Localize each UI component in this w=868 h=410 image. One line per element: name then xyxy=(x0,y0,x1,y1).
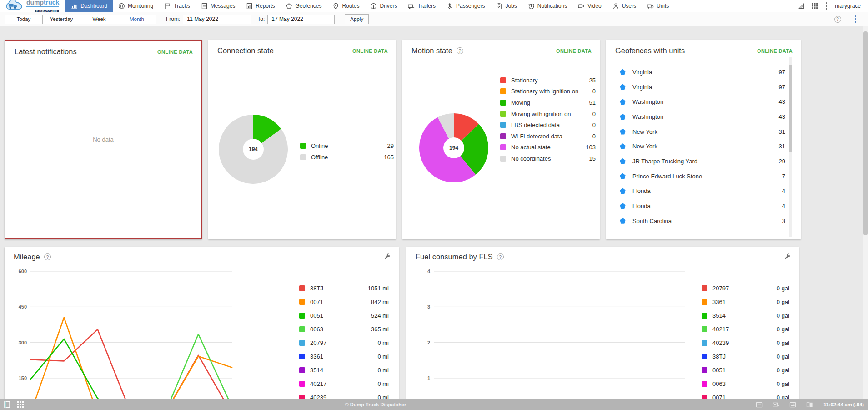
mileage-legend-item[interactable]: 402170 mi xyxy=(299,377,389,390)
geofence-list-item[interactable]: Prince Edward Luck Stone7 xyxy=(615,169,785,184)
connection-legend-item[interactable]: Offline165 xyxy=(300,152,394,163)
tab-label: Units xyxy=(657,3,669,9)
motion-legend-item[interactable]: No coordinates15 xyxy=(500,153,596,164)
fuel-legend-item[interactable]: 35140 gal xyxy=(702,309,789,322)
apps-grid-icon[interactable] xyxy=(812,3,818,9)
fuel-legend-item[interactable]: 207970 gal xyxy=(702,281,789,295)
username[interactable]: marygrace xyxy=(835,3,861,9)
online-data-badge: ONLINE DATA xyxy=(157,49,193,55)
geofence-list-item[interactable]: Washington43 xyxy=(615,94,785,109)
drivers-icon xyxy=(370,3,377,10)
legend-value: 0 mi xyxy=(377,367,389,374)
clock-time: 11:02:44 am (-04) xyxy=(823,399,864,410)
motion-legend-item[interactable]: No actual state103 xyxy=(500,142,596,153)
tab-routes[interactable]: Routes xyxy=(327,0,365,12)
motion-legend-item[interactable]: Moving with ignition on0 xyxy=(500,108,596,120)
tab-users[interactable]: Users xyxy=(607,0,642,12)
today-button[interactable]: Today xyxy=(5,15,43,24)
tab-geofences[interactable]: Geofences xyxy=(280,0,327,12)
geofence-list-item[interactable]: JR Tharpe Trucking Yard29 xyxy=(615,154,785,169)
tab-monitoring[interactable]: Monitoring xyxy=(113,0,159,12)
geofence-list-item[interactable]: South Carolina3 xyxy=(615,213,785,228)
motion-legend-item[interactable]: Stationary25 xyxy=(500,75,596,86)
help-icon[interactable]: ? xyxy=(497,253,504,260)
motion-legend-item[interactable]: Stationary with ignition on0 xyxy=(500,86,596,97)
motion-legend-item[interactable]: LBS detected data0 xyxy=(500,119,596,131)
geofence-polygon-icon xyxy=(620,99,626,105)
geofence-list-item[interactable]: New York31 xyxy=(615,124,785,139)
tab-jobs[interactable]: Jobs xyxy=(490,0,522,12)
kebab-menu-icon[interactable] xyxy=(825,1,828,10)
to-date-input[interactable] xyxy=(267,15,335,24)
mileage-legend-item[interactable]: 0063365 mi xyxy=(299,322,389,336)
status-bar: © Dump Truck Dispatcher 11:02:44 am (-04… xyxy=(0,399,868,410)
geofence-name: Florida xyxy=(632,202,782,209)
ruler-icon[interactable] xyxy=(798,3,805,10)
svg-text:4: 4 xyxy=(427,268,431,274)
yesterday-button[interactable]: Yesterday xyxy=(42,15,80,24)
apply-button[interactable]: Apply xyxy=(345,14,369,24)
geofence-unit-count: 7 xyxy=(782,173,785,180)
mileage-legend-item[interactable]: 402390 mi xyxy=(299,390,389,399)
legend-swatch xyxy=(500,111,506,117)
geofence-list-item[interactable]: Virginia97 xyxy=(615,65,785,80)
geofence-name: JR Tharpe Trucking Yard xyxy=(632,158,779,165)
geofence-name: Washington xyxy=(632,98,779,105)
mail-forward-icon[interactable] xyxy=(773,401,779,408)
wrench-settings-icon[interactable] xyxy=(784,253,791,261)
geofence-list-scrollbar[interactable] xyxy=(789,57,792,237)
geofence-list-item[interactable]: Virginia97 xyxy=(615,80,785,95)
split-view-icon[interactable] xyxy=(806,401,813,408)
tab-drivers[interactable]: Drivers xyxy=(365,0,402,12)
mileage-legend-item[interactable]: 35140 mi xyxy=(299,363,389,377)
toolbar-kebab-icon[interactable] xyxy=(854,15,858,24)
fuel-legend-item[interactable]: 00710 gal xyxy=(702,390,789,399)
from-date-input[interactable] xyxy=(183,15,251,24)
mileage-legend-item[interactable]: 0071842 mi xyxy=(299,295,389,309)
fuel-legend-item[interactable]: 402390 gal xyxy=(702,336,789,349)
geofence-list-item[interactable]: Florida4 xyxy=(615,198,785,213)
geofence-list-item[interactable]: New York31 xyxy=(615,139,785,154)
legend-swatch xyxy=(500,133,506,139)
tab-trailers[interactable]: Trailers xyxy=(402,0,441,12)
geofence-list-item[interactable]: Washington43 xyxy=(615,109,785,124)
connection-legend-item[interactable]: Online29 xyxy=(300,140,394,152)
legend-value: 0 xyxy=(592,121,596,128)
legend-label: 0051 xyxy=(310,312,371,319)
legend-swatch xyxy=(702,285,707,291)
week-button[interactable]: Week xyxy=(80,15,118,24)
mileage-legend-item[interactable]: 38TJ1051 mi xyxy=(299,281,389,295)
fuel-legend-item[interactable]: 00630 gal xyxy=(702,377,789,390)
fuel-legend-item[interactable]: 00510 gal xyxy=(702,363,789,377)
mileage-legend-item[interactable]: 207970 mi xyxy=(299,336,389,349)
grid-icon[interactable] xyxy=(17,401,24,408)
tab-dashboard[interactable]: Dashboard xyxy=(65,0,113,12)
help-icon[interactable]: ? xyxy=(44,253,51,260)
page-scrollbar[interactable] xyxy=(863,26,868,399)
tab-tracks[interactable]: Tracks xyxy=(159,0,196,12)
legend-swatch xyxy=(299,285,305,291)
message-log-icon[interactable] xyxy=(756,401,763,408)
tab-units[interactable]: Units xyxy=(642,0,674,12)
tab-reports[interactable]: Reports xyxy=(241,0,280,12)
latest-notifications-panel[interactable]: Latest notifications ONLINE DATA No data xyxy=(5,40,202,239)
help-icon[interactable]: ? xyxy=(834,16,841,23)
reports-icon xyxy=(246,3,253,10)
fuel-legend-item[interactable]: 38TJ0 gal xyxy=(702,349,789,363)
tab-notifications[interactable]: Notifications xyxy=(522,0,572,12)
wrench-settings-icon[interactable] xyxy=(384,253,391,261)
tab-video[interactable]: Video xyxy=(572,0,607,12)
motion-legend-item[interactable]: Wi-Fi detected data0 xyxy=(500,131,596,142)
geofence-list-item[interactable]: Florida4 xyxy=(615,184,785,199)
mileage-legend-item[interactable]: 0051524 mi xyxy=(299,309,389,322)
fuel-legend-item[interactable]: 402170 gal xyxy=(702,322,789,336)
help-icon[interactable]: ? xyxy=(457,47,463,54)
mileage-legend-item[interactable]: 33610 mi xyxy=(299,349,389,363)
tab-passengers[interactable]: Passengers xyxy=(441,0,490,12)
month-button[interactable]: Month xyxy=(118,15,156,24)
motion-legend-item[interactable]: Moving51 xyxy=(500,97,596,108)
tab-messages[interactable]: Messages xyxy=(196,0,241,12)
image-icon[interactable] xyxy=(789,401,796,408)
fuel-legend-item[interactable]: 33610 gal xyxy=(702,295,789,309)
window-panel-icon[interactable] xyxy=(4,401,11,408)
